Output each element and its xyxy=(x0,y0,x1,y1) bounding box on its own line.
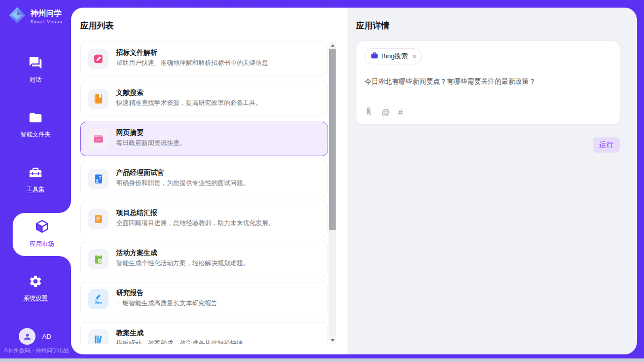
app-card-description: 快速精准查找学术资源，提高研究效率的必备工具。 xyxy=(116,99,262,107)
cube-icon xyxy=(34,219,50,236)
paperclip-icon[interactable] xyxy=(365,107,373,118)
query-input-card: Bing搜索 × 今日湖北有哪些新闻要点？有哪些需要关注的最新政策？ @# xyxy=(356,41,620,125)
active-nav-bubble[interactable]: 应用市场 xyxy=(13,213,71,256)
svg-text:</>: </> xyxy=(95,138,101,141)
app-card-2[interactable]: 文献搜索快速精准查找学术资源，提高研究效率的必备工具。 xyxy=(80,82,328,116)
hash-icon[interactable]: # xyxy=(398,108,403,117)
at-sign-icon[interactable]: @ xyxy=(381,108,390,117)
attachment-toolbar: @# xyxy=(365,107,403,118)
app-card-7[interactable]: 研究报告一键智能生成高质量长文本研究报告 xyxy=(80,282,328,316)
scrollbar-thumb[interactable] xyxy=(329,49,336,230)
sidebar-item-4[interactable]: 应用市场 xyxy=(13,219,71,248)
brand-subtitle: Smart Vision xyxy=(30,19,63,24)
diamond-logo-icon xyxy=(8,6,26,26)
sidebar-item-3[interactable]: 工具集 xyxy=(0,165,71,194)
close-icon[interactable]: × xyxy=(412,53,416,60)
sidebar-item-label: 对话 xyxy=(29,76,42,84)
sidebar-item-5[interactable]: 系统设置 xyxy=(0,274,71,303)
user-initials: AD xyxy=(42,333,51,340)
chat-icon xyxy=(28,56,43,72)
bubble-notch-top xyxy=(59,201,71,213)
note-icon xyxy=(88,209,109,229)
document-edit-icon xyxy=(88,49,109,69)
app-card-6[interactable]: 活动方案生成智能生成个性化活动方案，轻松解决规划难题。 xyxy=(80,242,328,276)
app-card-title: 文献搜索 xyxy=(116,88,144,97)
app-card-description: 模板驱动，教案秒成，教学准备从此轻松快捷 xyxy=(116,339,243,344)
app-card-title: 招标文件解析 xyxy=(116,48,157,57)
clipboard-check-icon xyxy=(88,249,109,269)
book-icon xyxy=(88,89,109,109)
app-card-title: 教案生成 xyxy=(116,329,144,338)
resume-icon xyxy=(88,169,109,189)
app-card-description: 每日政府新闻资讯快查。 xyxy=(116,139,186,148)
app-card-description: 智能生成个性化活动方案，轻松解决规划难题。 xyxy=(116,259,249,268)
scroll-down-icon[interactable] xyxy=(329,337,336,344)
app-card-description: 明确身份和职责，为您提供专业性的面试问题。 xyxy=(116,179,249,188)
app-card-description: 全面回顾项目进展，总结经验教训，助力未来优化发展。 xyxy=(116,219,275,228)
app-card-4[interactable]: 产品经理面试官明确身份和职责，为您提供专业性的面试问题。 xyxy=(80,162,328,196)
app-list-panel: 应用列表 招标文件解析帮助用户快速、准确地理解和解析招标书中的关键信息文献搜索快… xyxy=(71,8,347,354)
app-list-title: 应用列表 xyxy=(80,20,114,31)
sidebar: 神州问学 Smart Vision 对话智能文件夹工具集应用市场系统设置 AD … xyxy=(0,0,71,358)
sidebar-item-2[interactable]: 智能文件夹 xyxy=(0,111,71,139)
toolbox-icon xyxy=(28,165,43,182)
app-card-8[interactable]: 教案生成模板驱动，教案秒成，教学准备从此轻松快捷 xyxy=(80,322,328,344)
books-icon xyxy=(88,329,109,344)
microscope-icon xyxy=(88,289,109,309)
app-card-5[interactable]: 项目总结汇报全面回顾项目进展，总结经验教训，助力未来优化发展。 xyxy=(80,202,328,236)
app-list: 招标文件解析帮助用户快速、准确地理解和解析招标书中的关键信息文献搜索快速精准查找… xyxy=(80,42,328,344)
sidebar-item-label: 智能文件夹 xyxy=(20,130,51,139)
bubble-notch-bottom xyxy=(59,256,71,268)
app-screen: 神州问学 Smart Vision 对话智能文件夹工具集应用市场系统设置 AD … xyxy=(0,0,644,362)
query-text-input[interactable]: 今日湖北有哪些新闻要点？有哪些需要关注的最新政策？ xyxy=(365,77,612,87)
app-card-title: 活动方案生成 xyxy=(116,248,157,258)
app-card-title: 产品经理面试官 xyxy=(116,168,164,177)
main-card: 应用列表 招标文件解析帮助用户快速、准确地理解和解析招标书中的关键信息文献搜索快… xyxy=(71,8,637,354)
browser-code-icon: </> xyxy=(88,129,109,149)
app-card-1[interactable]: 招标文件解析帮助用户快速、准确地理解和解析招标书中的关键信息 xyxy=(80,42,328,76)
run-button[interactable]: 运行 xyxy=(593,137,620,153)
sidebar-item-label: 应用市场 xyxy=(30,240,54,248)
tool-tag-label: Bing搜索 xyxy=(381,52,408,61)
copyright-footer: ©神州数码 · 神州问学出品 xyxy=(4,347,69,354)
app-detail-panel: 应用详情 Bing搜索 × 今日湖北有哪些新闻要点？有哪些需要关注的最新政策？ … xyxy=(347,8,637,354)
screen-edge-strip xyxy=(0,358,644,362)
app-card-title: 项目总结汇报 xyxy=(116,208,157,218)
scrollbar[interactable] xyxy=(329,42,336,344)
folder-icon xyxy=(28,111,43,127)
sidebar-item-label: 工具集 xyxy=(26,185,45,194)
app-card-title: 网页摘要 xyxy=(116,128,144,137)
sidebar-item-1[interactable]: 对话 xyxy=(0,56,71,84)
brand-logo: 神州问学 Smart Vision xyxy=(8,6,63,26)
sidebar-item-label: 系统设置 xyxy=(23,294,48,303)
briefcase-icon xyxy=(371,52,378,61)
app-card-description: 一键智能生成高质量长文本研究报告 xyxy=(116,299,218,308)
tool-tag-bing-search[interactable]: Bing搜索 × xyxy=(365,48,422,64)
user-account[interactable]: AD xyxy=(19,328,51,345)
avatar[interactable] xyxy=(19,328,35,345)
app-card-3[interactable]: </>网页摘要每日政府新闻资讯快查。 xyxy=(80,122,328,156)
app-card-title: 研究报告 xyxy=(116,288,144,298)
gear-icon xyxy=(28,274,43,291)
scroll-up-icon[interactable] xyxy=(329,42,336,49)
app-detail-title: 应用详情 xyxy=(356,20,389,31)
app-card-description: 帮助用户快速、准确地理解和解析招标书中的关键信息 xyxy=(116,59,268,67)
brand-name: 神州问学 xyxy=(30,9,63,18)
